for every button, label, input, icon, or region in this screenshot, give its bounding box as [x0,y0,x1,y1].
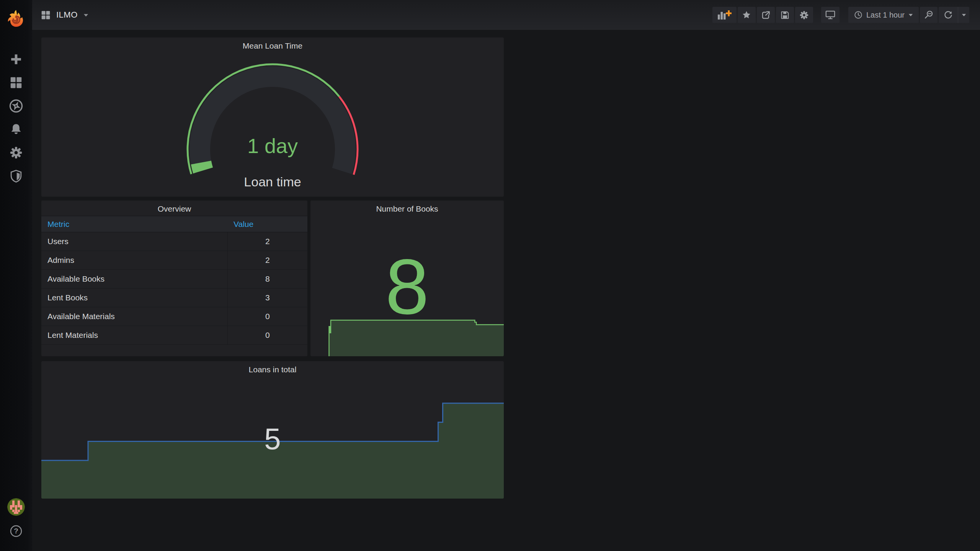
add-panel-button[interactable] [712,7,737,23]
gear-icon [799,10,809,20]
table-row: Admins2 [41,251,307,270]
dashboards-grid-icon [9,75,23,90]
clock-icon [854,10,863,20]
table-row: Available Books8 [41,270,307,289]
panel-mean-loan-time: Mean Loan Time 1 day Loan time [41,37,504,197]
sidebar-bottom: ? [7,498,25,551]
monitor-icon [825,10,836,20]
metric-cell: Admins [41,251,227,270]
sidebar-nav [0,47,32,187]
table-row: Available Materials0 [41,307,307,326]
panel-loans-in-total: Loans in total 5 [41,361,504,499]
panel-title[interactable]: Loans in total [41,365,504,374]
refresh-dashboard-button[interactable] [939,7,958,23]
time-range-zoom-out-button[interactable] [920,7,938,23]
user-avatar[interactable] [7,498,25,516]
add-panel-icon [717,10,732,20]
grafana-logo[interactable] [0,0,32,37]
overview-table: Metric Value Users2Admins2Available Book… [41,216,307,345]
time-range-picker[interactable]: Last 1 hour [848,7,919,23]
stat-value-wrap: 8 [310,201,504,356]
sidebar-item-configuration[interactable] [0,141,32,164]
help-button[interactable]: ? [9,524,23,540]
metric-cell: Available Books [41,270,227,289]
panel-title[interactable]: Mean Loan Time [41,41,504,51]
column-header-metric[interactable]: Metric [41,216,227,232]
sidebar-item-alerting[interactable] [0,117,32,141]
overview-table-wrap: Metric Value Users2Admins2Available Book… [41,216,307,356]
navbar-actions: Last 1 hour [712,7,980,23]
dashboard-grid: Mean Loan Time 1 day Loan time Overview … [32,30,980,551]
chevron-down-icon [83,12,89,18]
value-cell: 0 [227,307,307,326]
loans-stat-value: 5 [264,403,281,456]
books-stat-value: 8 [385,225,429,332]
zoom-out-icon [924,10,934,20]
gauge-value-label: Loan time [41,174,504,189]
value-cell: 2 [227,251,307,270]
table-row: Users2 [41,232,307,251]
gear-icon [9,145,23,160]
grafana-logo-icon [6,8,26,28]
cycle-view-mode-button[interactable] [821,7,840,23]
sidebar: ? [0,0,32,551]
bell-icon [9,122,23,137]
gauge-value: 1 day [41,134,504,158]
metric-cell: Lent Materials [41,326,227,345]
share-dashboard-button[interactable] [757,7,775,23]
refresh-group [939,7,969,23]
dashboard-grid-icon [41,10,51,20]
table-row: Lent Books3 [41,289,307,307]
grafana-dashboard: ? ILMO [0,0,980,551]
metric-cell: Users [41,232,227,251]
refresh-interval-picker[interactable] [958,7,969,23]
panel-title[interactable]: Overview [41,204,307,214]
refresh-icon [943,10,953,20]
chevron-down-icon [961,12,967,18]
value-cell: 8 [227,270,307,289]
dashboard-picker[interactable]: ILMO [32,10,89,20]
shield-icon [9,169,23,183]
svg-text:?: ? [14,527,18,535]
value-cell: 2 [227,232,307,251]
table-row: Lent Materials0 [41,326,307,345]
sidebar-item-server-admin[interactable] [0,164,32,187]
panel-title[interactable]: Number of Books [310,204,504,214]
stat-value-wrap: 5 [41,361,504,499]
plus-icon [9,52,23,67]
gauge-chart [185,59,361,178]
sidebar-item-dashboards[interactable] [0,71,32,94]
mark-favorite-button[interactable] [738,7,756,23]
metric-cell: Available Materials [41,307,227,326]
navbar: ILMO [32,0,980,30]
dashboard-settings-button[interactable] [795,7,813,23]
compass-icon [8,98,24,114]
share-icon [761,10,771,20]
sidebar-item-explore[interactable] [0,94,32,117]
question-mark-icon: ? [9,524,23,538]
avatar-pixel-icon [7,498,25,516]
column-header-value[interactable]: Value [227,216,307,232]
star-icon [742,10,751,20]
panel-number-of-books: Number of Books 8 [310,201,504,356]
panel-overview: Overview Metric Value Users2Admins2Avail… [41,201,307,356]
save-icon [780,10,790,20]
save-dashboard-button[interactable] [776,7,794,23]
value-cell: 3 [227,289,307,307]
value-cell: 0 [227,326,307,345]
metric-cell: Lent Books [41,289,227,307]
time-range-label: Last 1 hour [866,11,905,20]
sidebar-item-create[interactable] [0,47,32,71]
chevron-down-icon [908,12,913,18]
dashboard-title: ILMO [56,10,78,20]
